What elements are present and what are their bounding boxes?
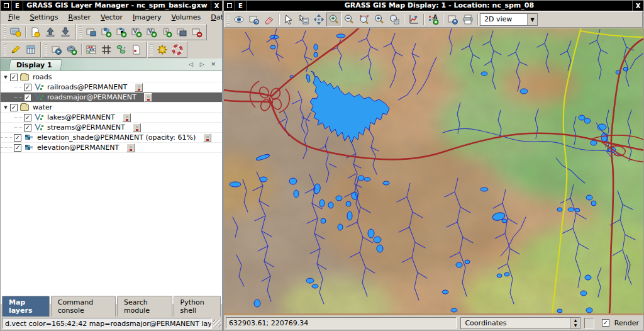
render-map-button[interactable] [247,13,262,26]
toolbar-grip[interactable] [45,44,47,55]
chevron-down-icon[interactable]: ▼ [527,14,537,25]
zoom-extent-button[interactable] [357,13,372,26]
script-button[interactable] [129,43,144,57]
layer-checkbox[interactable]: ✓ [24,84,31,91]
add-command-layer-button[interactable] [159,25,174,39]
layer-row-railroads[interactable]: ✓ railroads@PERMANENT [1,82,222,93]
render-checkbox[interactable]: ✓ [602,319,609,327]
layer-label[interactable]: lakes@PERMANENT [46,113,116,121]
layer-options-button[interactable] [135,83,143,92]
layer-options-button[interactable] [144,93,152,102]
add-vector-button[interactable] [129,25,144,39]
tab-search-module[interactable]: Search module [117,296,172,317]
expander-icon[interactable]: ▼ [3,75,9,80]
add-vector-overlays-button[interactable] [144,25,159,39]
window-menu-icon[interactable]: E [235,1,247,11]
layer-checkbox[interactable]: ✓ [24,114,31,121]
query-button[interactable] [296,13,311,26]
menu-raster[interactable]: Raster [64,12,96,23]
erase-button[interactable] [262,13,277,26]
edit-vector-button[interactable] [8,43,23,57]
layer-row-group-roads[interactable]: ▼ ✓ roads [1,72,222,82]
zoom-in-button[interactable] [326,13,341,26]
tab-display-1[interactable]: Display 1 [9,59,62,70]
open-workspace-button[interactable] [43,25,58,39]
layer-label[interactable]: elevation@PERMANENT [36,143,120,152]
toolbar-grip[interactable] [4,26,6,38]
notebook-nav-arrows[interactable]: ◁ ▷ ✕ [189,61,218,67]
maximize-icon[interactable] [224,1,235,11]
display-map-button[interactable] [231,13,247,26]
map-canvas[interactable] [224,28,643,315]
layer-options-button[interactable] [203,133,211,142]
toolbar-grip[interactable] [150,44,153,55]
layer-options-button[interactable] [133,123,141,132]
menu-volumes[interactable]: Volumes [167,12,206,23]
tab-map-layers[interactable]: Map layers [2,296,50,317]
add-rgb-layer-button[interactable] [49,43,64,57]
zoom-options-button[interactable] [387,13,402,26]
layer-label[interactable]: streams@PERMANENT [46,123,126,132]
tab-python-shell[interactable]: Python shell [174,296,221,317]
layer-label[interactable]: railroads@PERMANENT [46,83,128,91]
menu-settings[interactable]: Settings [25,12,63,23]
add-web-layer-button[interactable] [64,43,79,57]
save-workspace-button[interactable] [58,25,73,39]
add-overlay-button[interactable]: A [426,13,441,26]
layer-checkbox[interactable]: ✓ [24,94,31,101]
layer-row-streams[interactable]: ✓ streams@PERMANENT [1,123,222,133]
menu-imagery[interactable]: Imagery [128,12,167,23]
statusbar-mode-select[interactable]: Coordinates ▲▼ [460,317,580,329]
layer-row-roadsmajor[interactable]: ✓ roadsmajor@PERMANENT [1,93,222,103]
help-button[interactable] [170,43,185,57]
layer-label[interactable]: roads [31,73,53,81]
settings-button[interactable] [155,43,170,57]
maximize-icon[interactable] [1,1,12,11]
raster-calculator-button[interactable] [84,43,99,57]
add-group-button[interactable] [174,25,189,39]
layer-options-button[interactable] [123,113,131,122]
layer-row-elevation-shade[interactable]: ✓ elevation_shade@PERMANENT (opacity: 61… [1,133,222,143]
layer-label[interactable]: roadsmajor@PERMANENT [46,93,138,101]
menu-file[interactable]: File [3,12,25,23]
save-display-button[interactable] [445,13,460,26]
layer-checkbox[interactable]: ✓ [10,104,18,111]
expander-icon[interactable]: ▼ [3,105,9,110]
layer-options-button[interactable] [126,143,135,152]
render-toggle[interactable]: ✓ Render [598,318,641,328]
add-multiple-layers-button[interactable] [84,25,99,39]
layer-checkbox[interactable]: ✓ [10,74,18,81]
toolbar-grip[interactable] [79,26,82,38]
pan-button[interactable] [311,13,326,26]
layer-checkbox[interactable]: ✓ [14,144,21,152]
zoom-out-button[interactable] [341,13,357,26]
create-workspace-button[interactable] [28,25,43,39]
close-icon[interactable]: X [632,1,643,11]
resize-grip[interactable] [213,320,221,327]
add-raster-button[interactable] [99,25,114,39]
layer-checkbox[interactable]: ✓ [14,134,21,142]
toolbar-grip[interactable] [227,14,230,25]
view-mode-select[interactable]: 2D view ▼ [480,13,538,26]
close-icon[interactable]: X [211,1,222,11]
analyze-button[interactable] [406,13,421,26]
window-menu-icon[interactable]: E [12,1,23,11]
graphical-modeler-button[interactable] [114,43,129,57]
layer-checkbox[interactable]: ✓ [24,124,31,132]
pointer-button[interactable] [281,13,296,26]
layer-row-group-water[interactable]: ▼ ✓ water [1,103,222,113]
layer-label[interactable]: water [31,103,53,111]
print-display-button[interactable] [460,13,475,26]
new-display-button[interactable] [8,25,23,39]
menu-vector[interactable]: Vector [96,12,128,23]
georectify-button[interactable] [99,43,114,57]
spinner-icon[interactable]: ▲▼ [570,318,580,328]
add-raster-overlays-button[interactable] [114,25,129,39]
zoom-back-button[interactable] [372,13,387,26]
layer-row-lakes[interactable]: ✓ lakes@PERMANENT [1,113,222,123]
toolbar-grip[interactable] [4,44,6,55]
layer-row-elevation[interactable]: ✓ elevation@PERMANENT [1,143,222,153]
layer-label[interactable]: elevation_shade@PERMANENT (opacity: 61%) [36,133,197,142]
remove-layer-button[interactable] [189,25,204,39]
attribute-table-button[interactable] [23,43,38,57]
